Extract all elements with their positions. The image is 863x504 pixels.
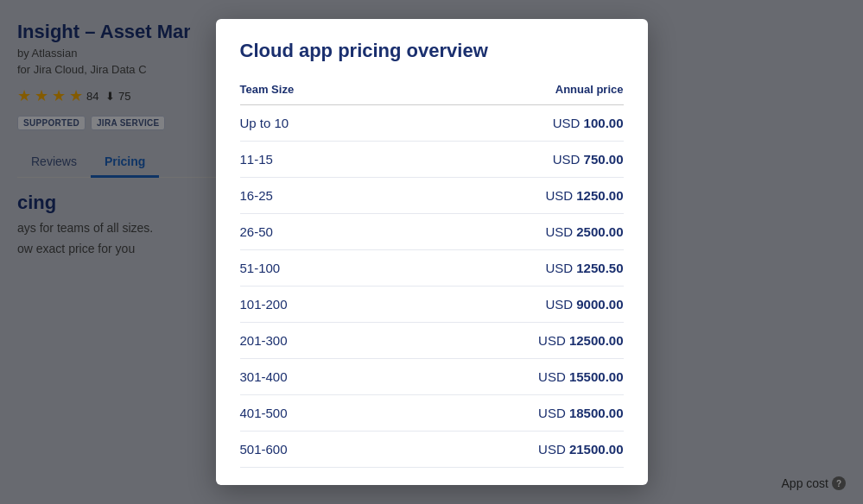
col-team-size: Team Size	[240, 76, 390, 105]
table-row: 26-50USD 2500.00	[240, 214, 624, 250]
price-currency: USD	[545, 224, 576, 239]
price-currency: USD	[545, 297, 576, 312]
price-cell: USD 1250.00	[389, 178, 623, 214]
modal-header: Cloud app pricing overview	[216, 19, 648, 76]
table-row: 501-600USD 21500.00	[240, 432, 624, 468]
price-amount: 2500.00	[576, 224, 623, 239]
table-row: 401-500USD 18500.00	[240, 395, 624, 432]
table-row: 201-300USD 12500.00	[240, 323, 624, 359]
price-currency: USD	[553, 116, 584, 130]
team-size-cell: 301-400	[240, 359, 390, 395]
price-cell: USD 21500.00	[389, 432, 623, 468]
price-cell: USD 750.00	[389, 142, 623, 178]
price-cell: USD 9000.00	[389, 287, 623, 323]
price-amount: 12500.00	[569, 333, 624, 348]
team-size-cell: 101-200	[240, 287, 390, 323]
team-size-cell: 26-50	[240, 214, 390, 250]
price-cell: USD 100.00	[389, 105, 623, 142]
price-cell: USD 15500.00	[389, 359, 623, 395]
team-size-cell: 51-100	[240, 250, 390, 287]
price-currency: USD	[545, 261, 576, 275]
price-amount: 1250.50	[576, 261, 623, 275]
price-currency: USD	[538, 333, 569, 348]
price-amount: 15500.00	[569, 369, 624, 384]
col-annual-price: Annual price	[389, 76, 623, 105]
price-currency: USD	[538, 369, 569, 384]
price-amount: 9000.00	[576, 297, 623, 312]
price-cell: USD 2500.00	[389, 214, 623, 250]
price-amount: 1250.00	[576, 188, 623, 203]
table-row: Up to 10USD 100.00	[240, 105, 624, 142]
team-size-cell: 401-500	[240, 395, 390, 432]
price-cell: USD 1250.50	[389, 250, 623, 287]
team-size-cell: 201-300	[240, 323, 390, 359]
team-size-cell: 16-25	[240, 178, 390, 214]
modal-title: Cloud app pricing overview	[240, 40, 624, 62]
price-currency: USD	[538, 442, 569, 457]
table-row: 51-100USD 1250.50	[240, 250, 624, 287]
price-currency: USD	[553, 152, 584, 167]
price-cell: USD 12500.00	[389, 323, 623, 359]
table-row: 101-200USD 9000.00	[240, 287, 624, 323]
table-row: 11-15USD 750.00	[240, 142, 624, 178]
pricing-table: Team Size Annual price Up to 10USD 100.0…	[240, 76, 624, 468]
modal-body[interactable]: Team Size Annual price Up to 10USD 100.0…	[216, 76, 648, 485]
pricing-modal: Cloud app pricing overview Team Size Ann…	[216, 19, 648, 485]
price-amount: 18500.00	[569, 406, 624, 420]
price-amount: 100.00	[584, 116, 624, 130]
team-size-cell: 11-15	[240, 142, 390, 178]
price-cell: USD 18500.00	[389, 395, 623, 432]
price-amount: 750.00	[584, 152, 624, 167]
price-currency: USD	[538, 406, 569, 420]
team-size-cell: Up to 10	[240, 105, 390, 142]
price-amount: 21500.00	[569, 442, 624, 457]
team-size-cell: 501-600	[240, 432, 390, 468]
table-row: 301-400USD 15500.00	[240, 359, 624, 395]
price-currency: USD	[545, 188, 576, 203]
table-row: 16-25USD 1250.00	[240, 178, 624, 214]
